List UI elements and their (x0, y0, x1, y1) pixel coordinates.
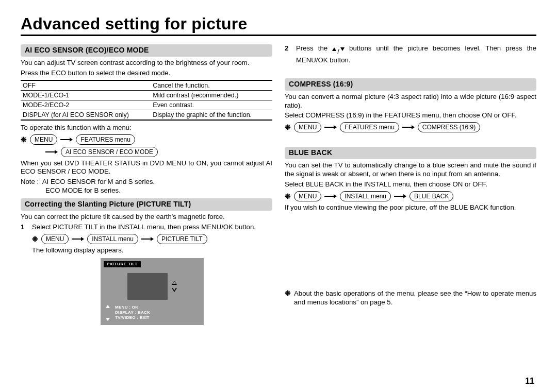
triangle-up-icon (106, 305, 110, 308)
arrow-right-icon (141, 236, 154, 242)
asterisk-icon: ❉ (285, 193, 291, 200)
arrow-right-icon (60, 137, 73, 142)
nav-chip-compress: COMPRESS (16:9) (418, 122, 480, 132)
nav-chip-features: FEATURES menu (76, 134, 135, 145)
ai-eco-series-note-1: Note : AI ECO SENSOR for M and S series. (21, 178, 272, 186)
ai-eco-dvd-note: When you set DVD THEATER STATUS in DVD M… (21, 159, 272, 177)
asterisk-icon: ❉ (285, 289, 291, 307)
svg-marker-7 (151, 237, 154, 241)
osd-title: PICTURE TILT (104, 261, 141, 267)
triangle-down-icon (106, 318, 110, 321)
table-row: MODE-1/ECO-1Mild contrast (recommended.) (21, 90, 272, 100)
step-2-text: Press the / buttons until the picture be… (296, 44, 536, 65)
triangle-down-icon (172, 288, 177, 292)
nav-chip-menu: MENU (41, 234, 69, 244)
page-number: 11 (525, 377, 534, 386)
arrow-right-icon (324, 194, 337, 199)
arrow-right-icon (45, 149, 58, 155)
heading-compress: COMPRESS (16:9) (285, 78, 536, 91)
eco-mode-table: OFFCancel the function. MODE-1/ECO-1Mild… (21, 80, 272, 121)
page-title: Advanced setting for picture (21, 14, 536, 33)
step-1-text: Select PICTURE TILT in the INSTALL menu,… (32, 223, 272, 232)
svg-marker-5 (81, 237, 84, 241)
nav-ai-eco-2: AI ECO SENSOR / ECO MODE (45, 147, 272, 157)
ai-eco-desc-2: Press the ECO button to select the desir… (21, 69, 272, 78)
triangle-up-icon (172, 281, 177, 285)
nav-compress: ❉ MENU FEATURES menu COMPRESS (16:9) (285, 122, 536, 132)
blue-back-desc-3: If you wish to continue viewing the poor… (285, 203, 536, 212)
blue-back-desc-1: You can set the TV to automatically chan… (285, 161, 536, 179)
heading-blue-back: BLUE BACK (285, 147, 536, 159)
ai-eco-series-note-2: ECO MODE for B series. (21, 186, 272, 195)
heading-ai-eco: AI ECO SENSOR (ECO)/ECO MODE (21, 44, 272, 57)
nav-ai-eco: ❉ MENU FEATURES menu (21, 134, 272, 145)
right-column: 2 Press the / buttons until the picture … (285, 41, 536, 329)
nav-chip-menu: MENU (294, 191, 321, 201)
compress-desc-1: You can convert a normal picture (4:3 as… (285, 93, 536, 110)
svg-marker-1 (70, 138, 73, 142)
nav-chip-features: FEATURES menu (340, 122, 399, 132)
step-2: 2 Press the / buttons until the picture … (285, 44, 536, 65)
arrow-right-icon (324, 125, 337, 130)
compress-desc-2: Select COMPRESS (16:9) in the FEATURES m… (285, 111, 536, 120)
step-number: 2 (285, 44, 292, 65)
nav-chip-install: INSTALL menu (340, 191, 391, 201)
osd-picture-tilt: PICTURE TILT (101, 258, 204, 325)
svg-marker-3 (55, 150, 58, 154)
picture-tilt-desc: You can correct the picture tilt caused … (21, 213, 272, 221)
title-divider (21, 35, 536, 36)
svg-marker-13 (334, 194, 337, 198)
table-row: MODE-2/ECO-2Even contrast. (21, 100, 272, 110)
nav-chip-picture-tilt: PICTURE TILT (157, 234, 207, 244)
nav-chip-ecomode: AI ECO SENSOR / ECO MODE (61, 147, 158, 157)
arrow-right-icon (72, 236, 84, 242)
footnote: ❉ About the basic operations of the menu… (285, 289, 536, 307)
heading-picture-tilt: Correcting the Slanting Picture (PICTURE… (21, 198, 272, 211)
step-number: 1 (21, 223, 28, 327)
osd-help-text: MENU : OK DISPLAY : BACK TV/VIDEO : EXIT (115, 305, 150, 321)
table-row: OFFCancel the function. (21, 80, 272, 91)
nav-chip-install: INSTALL menu (87, 234, 138, 244)
left-column: AI ECO SENSOR (ECO)/ECO MODE You can adj… (21, 41, 272, 329)
asterisk-icon: ❉ (32, 235, 38, 243)
svg-marker-15 (403, 194, 406, 198)
svg-marker-9 (334, 125, 337, 129)
ai-eco-desc-1: You can adjust TV screen contrast accord… (21, 59, 272, 67)
table-row: DISPLAY (for AI ECO SENSOR only)Display … (21, 110, 272, 120)
step-1: 1 Select PICTURE TILT in the INSTALL men… (21, 223, 272, 327)
nav-picture-tilt: ❉ MENU INSTALL menu PICTURE TILT (32, 234, 272, 244)
nav-chip-blue-back: BLUE BACK (409, 191, 453, 201)
arrow-right-icon (402, 125, 415, 130)
asterisk-icon: ❉ (285, 124, 291, 131)
nav-chip-menu: MENU (294, 122, 321, 132)
nav-chip-menu: MENU (30, 134, 57, 145)
arrow-right-icon (394, 194, 406, 199)
blue-back-desc-2: Select BLUE BACK in the INSTALL menu, th… (285, 180, 536, 189)
osd-screen-rect (127, 273, 168, 300)
up-down-buttons-icon: / (332, 47, 345, 56)
svg-marker-11 (412, 125, 415, 129)
asterisk-icon: ❉ (21, 136, 27, 143)
step-1-follow: The following display appears. (32, 246, 272, 255)
footnote-text: About the basic operations of the menu, … (294, 289, 536, 307)
ai-eco-menu-intro: To operate this function with a menu: (21, 124, 272, 132)
nav-blue-back: ❉ MENU INSTALL menu BLUE BACK (285, 191, 536, 201)
